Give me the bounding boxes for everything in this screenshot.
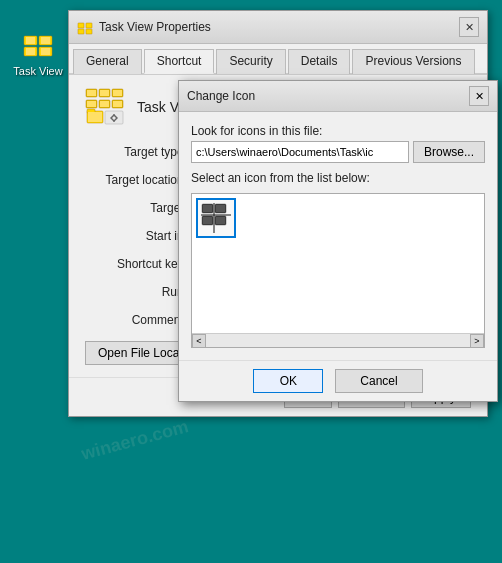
icon-list-scrollbar[interactable]: < > [192, 333, 484, 347]
file-path-row: Browse... [191, 141, 485, 163]
taskview-desktop-icon[interactable]: Task View [8, 30, 68, 77]
properties-tabs: General Shortcut Security Details Previo… [69, 44, 487, 75]
taskview-list-icon [201, 203, 231, 233]
change-icon-footer: OK Cancel [179, 360, 497, 401]
scroll-left-button[interactable]: < [192, 334, 206, 348]
svg-rect-37 [216, 217, 225, 224]
svg-rect-15 [100, 90, 109, 96]
svg-rect-5 [26, 48, 35, 55]
tab-security[interactable]: Security [216, 49, 285, 74]
tab-shortcut[interactable]: Shortcut [144, 49, 215, 74]
change-icon-content: Look for icons in this file: Browse... S… [179, 112, 497, 360]
svg-rect-26 [88, 112, 102, 122]
svg-rect-33 [216, 205, 225, 212]
properties-title: Task View Properties [99, 20, 211, 34]
scroll-track[interactable] [206, 334, 470, 347]
svg-rect-1 [26, 37, 35, 44]
properties-close-button[interactable]: ✕ [459, 17, 479, 37]
look-for-label-row: Look for icons in this file: Browse... [191, 124, 485, 163]
svg-rect-13 [87, 90, 96, 96]
file-path-input[interactable] [191, 141, 409, 163]
svg-rect-27 [105, 111, 123, 124]
app-large-icon [85, 87, 125, 127]
browse-button[interactable]: Browse... [413, 141, 485, 163]
change-icon-dialog: Change Icon ✕ Look for icons in this fil… [178, 80, 498, 402]
properties-titlebar: Task View Properties ✕ [69, 11, 487, 44]
svg-rect-10 [78, 29, 84, 34]
svg-rect-21 [100, 101, 109, 107]
change-icon-cancel-button[interactable]: Cancel [335, 369, 422, 393]
taskview-icon [22, 30, 54, 62]
taskview-icon-label: Task View [13, 65, 62, 77]
change-icon-titlebar: Change Icon ✕ [179, 81, 497, 112]
scroll-right-button[interactable]: > [470, 334, 484, 348]
svg-rect-8 [78, 23, 84, 28]
look-for-label: Look for icons in this file: [191, 124, 322, 138]
tab-previous-versions[interactable]: Previous Versions [352, 49, 474, 74]
properties-window-icon [77, 19, 93, 35]
select-icon-label: Select an icon from the list below: [191, 171, 370, 185]
svg-rect-3 [41, 37, 50, 44]
svg-rect-19 [87, 101, 96, 107]
tab-general[interactable]: General [73, 49, 142, 74]
icon-list-area[interactable]: < > [191, 193, 485, 348]
svg-rect-31 [203, 205, 212, 212]
svg-rect-23 [113, 101, 122, 107]
change-icon-ok-button[interactable]: OK [253, 369, 323, 393]
svg-rect-17 [113, 90, 122, 96]
tab-details[interactable]: Details [288, 49, 351, 74]
change-icon-close-button[interactable]: ✕ [469, 86, 489, 106]
change-icon-title: Change Icon [187, 89, 255, 103]
svg-rect-9 [86, 23, 92, 28]
svg-rect-35 [203, 217, 212, 224]
icon-item-selected[interactable] [196, 198, 236, 238]
select-icon-label-row: Select an icon from the list below: [191, 171, 485, 185]
svg-rect-7 [41, 48, 50, 55]
svg-rect-11 [86, 29, 92, 34]
